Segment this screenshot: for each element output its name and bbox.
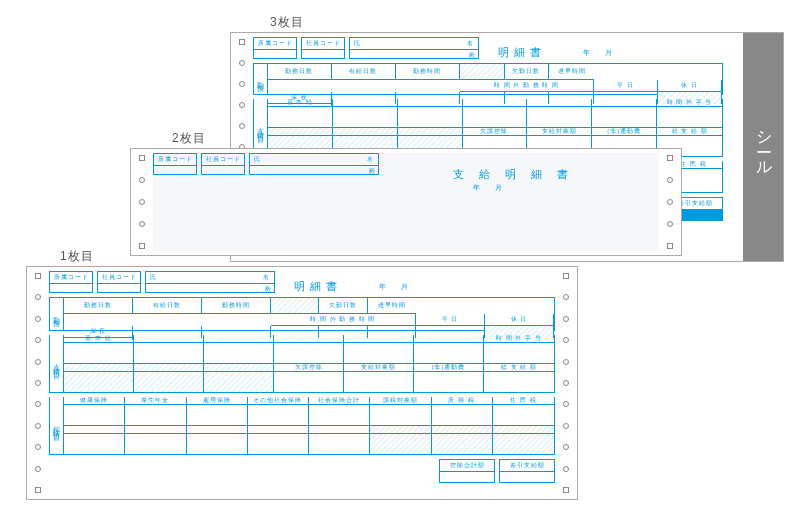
- name-suffix: 殿: [350, 50, 478, 61]
- sheet2-form: 所属コード 社員コード 氏名 殿 支 給 明 細 書 年 月: [130, 148, 682, 256]
- name-left: 氏: [254, 155, 261, 164]
- kinmu-tab: 勤務: [254, 64, 268, 94]
- emp-code-label: 社員コード: [202, 154, 244, 166]
- name-right: 名: [367, 155, 374, 164]
- title-meisai: 明細書: [498, 45, 546, 60]
- feed-holes: [555, 273, 577, 493]
- shikyu-tab: 支給項目: [50, 335, 64, 392]
- name-suffix: 殿: [250, 166, 378, 177]
- taxable: 課税対象額: [370, 397, 431, 405]
- totals-row: 控除合計額 差引支給額: [49, 459, 555, 483]
- gross-pay: 総 支 給 額: [484, 364, 554, 372]
- commute: (非)通勤費: [414, 364, 484, 372]
- sub-weekday: 平 日: [416, 314, 485, 326]
- col-overtime: 時 間 外 勤 務 時 間: [460, 80, 594, 92]
- emp-code-box: 社員コード: [97, 271, 141, 293]
- col-worktime: 勤務時間: [396, 64, 460, 80]
- absence-ded: 欠課控除: [274, 364, 344, 372]
- sub-holiday: 休 日: [485, 314, 554, 326]
- pay-subject: 支給対象額: [527, 128, 592, 136]
- title-meisai: 明細書: [294, 279, 342, 294]
- netpay-label: 差引支給額: [500, 460, 554, 472]
- kojo-tab: 控除項目: [50, 397, 64, 454]
- feed-holes: [131, 155, 153, 249]
- sub-holiday: 休 日: [658, 80, 722, 92]
- seal-text: シール: [753, 120, 774, 174]
- col-late: 遅早時間: [549, 64, 594, 80]
- base-pay: 基 本 給: [268, 99, 333, 107]
- commute: (非)通勤費: [592, 128, 657, 136]
- emp-code-box: 社員コード: [201, 153, 245, 175]
- feed-holes: [27, 273, 49, 493]
- year-month: 年 月: [379, 282, 412, 292]
- sheet1-label: 1枚目: [60, 248, 94, 265]
- dept-code-label: 所属コード: [254, 38, 296, 50]
- dept-code-label: 所属コード: [154, 154, 196, 166]
- sheet1-form: 所属コード 社員コード 氏名 殿 明細書 年 月 勤務 勤務日数 有給日数 勤務…: [26, 266, 578, 500]
- feed-holes: [659, 155, 681, 249]
- gross-pay: 総 支 給 額: [657, 128, 722, 136]
- col-overtime: 時 間 外 勤 務 時 間: [271, 314, 416, 326]
- dept-code-box: 所属コード: [49, 271, 93, 293]
- netpay-box: 差引支給額: [499, 459, 555, 483]
- res-tax: 住 民 税: [493, 397, 554, 405]
- col-blank: [460, 64, 505, 80]
- soc-total: 社会保険合計: [309, 397, 370, 405]
- income-tax: 所 得 税: [432, 397, 493, 405]
- kinmu-section: 勤務 勤務日数 有給日数 勤務時間 時 間 外 勤 務 時 間 欠勤日数 遅早時…: [49, 297, 555, 331]
- base-pay: 基 本 給: [64, 335, 134, 343]
- kojo-section: 控除項目 健康保険 厚生年金 雇用保険 その他社会保険 社会保険合計 課税対象額…: [49, 397, 555, 455]
- emp-code-label: 社員コード: [98, 272, 140, 284]
- emp-code-label: 社員コード: [302, 38, 344, 50]
- col-paid: 有給日数: [133, 298, 202, 314]
- emp-ins: 雇用保険: [187, 397, 248, 405]
- year-month: 年 月: [473, 183, 506, 193]
- name-left: 氏: [354, 39, 361, 48]
- other-soc: その他社会保険: [248, 397, 309, 405]
- name-box: 氏名 殿: [349, 37, 479, 59]
- year-month: 年 月: [583, 48, 616, 58]
- kojo-total-label: 控除合計額: [440, 460, 494, 472]
- dept-code-box: 所属コード: [153, 153, 197, 175]
- name-left: 氏: [150, 273, 157, 282]
- col-late: 遅早時間: [368, 298, 416, 314]
- col-workdays: 勤務日数: [268, 64, 332, 80]
- col-blank: [271, 298, 319, 314]
- absence-ded: 欠課控除: [463, 128, 528, 136]
- emp-code-box: 社員コード: [301, 37, 345, 59]
- dept-code-label: 所属コード: [50, 272, 92, 284]
- col-paid: 有給日数: [332, 64, 396, 80]
- col-absent: 欠勤日数: [505, 64, 550, 80]
- name-box: 氏名 殿: [249, 153, 379, 175]
- sub-weekday: 平 日: [594, 80, 658, 92]
- overtime-pay: 時 間 外 手 当: [484, 335, 554, 343]
- sheet2-label: 2枚目: [172, 130, 206, 147]
- pay-subject: 支給対象額: [344, 364, 414, 372]
- title-shikyu: 支 給 明 細 書: [453, 167, 574, 182]
- header-row: 所属コード 社員コード 氏名 殿: [153, 153, 659, 175]
- name-right: 名: [263, 273, 270, 282]
- seal-strip: シール: [743, 33, 783, 261]
- name-right: 名: [467, 39, 474, 48]
- sheet3-label: 3枚目: [270, 14, 304, 31]
- shikyu-section: 支給項目 基 本 給時 間 外 手 当 欠課控除 支給対象額 (非)通勤費 総 …: [49, 335, 555, 393]
- col-absent: 欠勤日数: [319, 298, 367, 314]
- kinmu-tab: 勤務: [50, 298, 64, 330]
- pension: 厚生年金: [125, 397, 186, 405]
- health-ins: 健康保険: [64, 397, 125, 405]
- kojo-total-box: 控除合計額: [439, 459, 495, 483]
- name-box: 氏名 殿: [145, 271, 275, 293]
- col-worktime: 勤務時間: [202, 298, 271, 314]
- overtime-pay: 時 間 外 手 当: [657, 99, 722, 107]
- dept-code-box: 所属コード: [253, 37, 297, 59]
- col-workdays: 勤務日数: [64, 298, 133, 314]
- kinmu-section: 勤務 勤務日数 有給日数 勤務時間 時 間 外 勤 務 時 間 欠勤日数 遅早時…: [253, 63, 723, 95]
- header-row: 所属コード 社員コード 氏名 殿: [253, 37, 723, 59]
- name-suffix: 殿: [146, 284, 274, 295]
